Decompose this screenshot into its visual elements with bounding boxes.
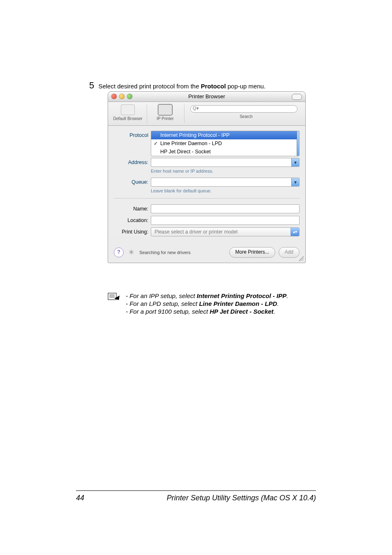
protocol-option-label: Internet Printing Protocol - IPP — [160, 132, 230, 138]
toolbar-toggle-icon[interactable] — [292, 94, 302, 100]
row-address: Address: ▼ — [114, 158, 300, 167]
step-text-b: pop-up menu. — [226, 83, 266, 90]
note-text: . — [277, 300, 279, 307]
search-label: Search — [190, 114, 302, 119]
note-text: - For an LPD setup, select — [126, 300, 199, 307]
note-text: . — [286, 292, 288, 299]
toolbar-label-ip-printer: IP Printer — [149, 116, 182, 121]
name-input[interactable] — [151, 204, 300, 213]
row-print-using: Print Using: Please select a driver or p… — [114, 227, 300, 236]
window-titlebar: Printer Browser — [108, 92, 305, 102]
toolbar-default-browser[interactable]: Default Browser — [111, 104, 144, 121]
resize-handle-icon[interactable] — [299, 256, 304, 261]
close-icon[interactable] — [111, 94, 117, 99]
address-input[interactable]: ▼ — [151, 158, 300, 167]
chevron-down-icon[interactable]: ▼ — [291, 158, 299, 166]
note-bold: Line Printer Daemon - LPD — [199, 300, 277, 307]
status-text: Searching for new drivers — [139, 250, 191, 255]
note-bold: HP Jet Direct - Socket — [210, 308, 273, 315]
spinner-icon — [129, 249, 135, 256]
queue-input[interactable]: ▼ — [151, 178, 300, 187]
note-line-3: - For a port 9100 setup, select HP Jet D… — [126, 308, 321, 315]
print-using-value: Please select a driver or printer model — [154, 229, 238, 235]
row-location: Location: — [114, 216, 300, 225]
protocol-option-label: Line Printer Daemon - LPD — [160, 141, 222, 146]
note-text: . — [274, 308, 275, 315]
label-location: Location: — [114, 216, 151, 225]
location-input[interactable] — [151, 216, 300, 225]
page-footer-text: Printer Setup Utility Settings (Mac OS X… — [167, 494, 316, 502]
protocol-option-label: HP Jet Direct - Socket — [160, 149, 211, 155]
default-browser-icon — [121, 104, 135, 115]
toolbar-divider — [184, 105, 184, 123]
label-name: Name: — [114, 204, 151, 213]
print-using-select[interactable]: Please select a driver or printer model … — [151, 227, 300, 236]
window-title: Printer Browser — [108, 92, 305, 102]
traffic-lights — [111, 94, 132, 99]
add-button[interactable]: Add — [279, 247, 300, 258]
note-text: - For an IPP setup, select — [126, 292, 197, 299]
step-number: 5 — [89, 80, 94, 90]
label-protocol: Protocol — [114, 131, 151, 140]
separator — [114, 198, 300, 199]
note-text: - For a port 9100 setup, select — [126, 308, 210, 315]
chevron-down-icon[interactable]: ▼ — [291, 178, 299, 186]
hint-address: Enter host name or IP address. — [151, 169, 300, 173]
note-bold: Internet Printing Protocol - IPP — [197, 292, 286, 299]
updown-icon[interactable]: ▴▾ — [291, 228, 299, 236]
label-address: Address: — [114, 158, 151, 167]
dropdown-edge — [297, 131, 299, 156]
page-number: 44 — [76, 494, 84, 502]
more-printers-button[interactable]: More Printers... — [229, 247, 275, 258]
step-instruction: 5 Select desired print protocol from the… — [89, 82, 307, 90]
note-block: - For an IPP setup, select Internet Prin… — [108, 292, 321, 315]
check-icon: ✓ — [154, 141, 158, 146]
label-print-using: Print Using: — [114, 227, 151, 236]
note-icon — [108, 293, 120, 302]
search-icon: Q▾ — [193, 106, 199, 111]
form-area: Protocol Internet Printing Protocol - IP… — [108, 126, 305, 236]
page-rule — [76, 490, 316, 491]
zoom-icon[interactable] — [127, 94, 132, 99]
search-input[interactable]: Q▾ — [190, 105, 297, 113]
step-text-bold: Protocol — [201, 83, 226, 90]
help-button[interactable]: ? — [114, 247, 124, 257]
row-protocol: Protocol Internet Printing Protocol - IP… — [114, 131, 300, 156]
window-toolbar: Default Browser IP Printer Q▾ Search — [108, 102, 305, 126]
hint-queue: Leave blank for default queue. — [151, 188, 300, 193]
protocol-option-ipp[interactable]: Internet Printing Protocol - IPP — [151, 131, 299, 139]
protocol-dropdown[interactable]: Internet Printing Protocol - IPP ✓ Line … — [151, 131, 300, 156]
toolbar-ip-printer[interactable]: IP Printer — [149, 104, 182, 121]
printer-browser-window: Printer Browser Default Browser IP Print… — [108, 91, 306, 263]
note-line-2: - For an LPD setup, select Line Printer … — [126, 300, 321, 308]
step-text-a: Select desired print protocol from the — [98, 83, 201, 90]
row-queue: Queue: ▼ — [114, 178, 300, 187]
protocol-option-lpd[interactable]: ✓ Line Printer Daemon - LPD — [151, 139, 299, 148]
label-queue: Queue: — [114, 178, 151, 187]
note-line-1: - For an IPP setup, select Internet Prin… — [126, 292, 321, 300]
row-name: Name: — [114, 204, 300, 213]
ip-printer-icon — [158, 104, 172, 115]
minimize-icon[interactable] — [119, 94, 125, 99]
protocol-option-socket[interactable]: HP Jet Direct - Socket — [151, 148, 299, 156]
window-footer: ? Searching for new drivers More Printer… — [108, 241, 305, 259]
toolbar-label-default-browser: Default Browser — [111, 116, 144, 121]
toolbar-divider — [147, 105, 147, 123]
